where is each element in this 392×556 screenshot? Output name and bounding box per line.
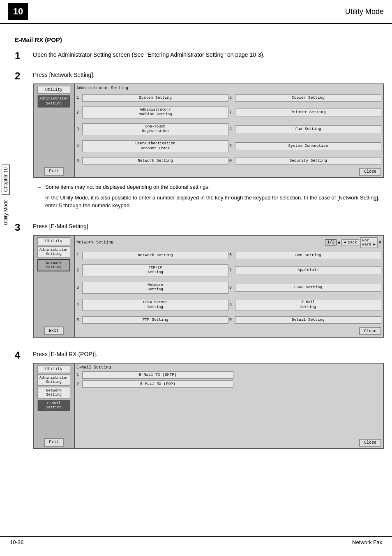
screen-3-item-1: 1 E-Mail TX (SMTP): [76, 371, 381, 379]
screen-1-item-6: 6 Copier Setting: [229, 92, 381, 104]
sidebar-mode-label: Utility Mode: [3, 199, 9, 225]
screen-1-btn-system-conn[interactable]: System Connection: [235, 142, 381, 150]
screen-1-item-3: 3 One-TouchRegistration: [76, 121, 228, 137]
screen-3-close-btn[interactable]: Close: [359, 439, 381, 447]
screen-1-btn-printer-setting[interactable]: Printer Setting: [235, 109, 381, 116]
screen-2-forward-btn[interactable]: Forward ►: [360, 237, 378, 248]
screen-2-grid: 1 Network setting 6 SMB Setting 2 TCP/IP…: [76, 250, 381, 326]
screen-2-close-row: Close: [76, 327, 381, 335]
screen-2-btn-ldap[interactable]: LDAP Setting: [235, 284, 381, 291]
note-1: Some items may not be displayed dependin…: [38, 183, 384, 191]
screen-1-item-7: 7 Printer Setting: [229, 104, 381, 120]
step-1-content: Open the Administrator Setting screen (S…: [33, 51, 384, 63]
screen-2-btn-ldap-server[interactable]: Ldap ServerSetting: [82, 299, 228, 311]
note-2: In the Utility Mode, it is also possible…: [38, 194, 384, 210]
screen-1-item-4: 4 UserAuthenticationAccount Track: [76, 138, 228, 154]
section-heading: E-Mail RX (POP): [15, 36, 384, 43]
header-title: Utility Mode: [345, 7, 384, 16]
step-4-number: 4: [15, 350, 30, 361]
screen-1-item-1: 1 System Setting: [76, 92, 228, 104]
main-content: E-Mail RX (POP) 1 Open the Administrator…: [15, 28, 384, 449]
screen-3-header: E-Mail Setting: [76, 365, 381, 370]
screen-1-admin-btn[interactable]: Administrator Setting: [37, 95, 70, 108]
screen-1-item-0: 0 Security Setting: [229, 155, 381, 167]
screen-2-network-btn[interactable]: Network Setting: [37, 259, 70, 271]
screen-2-btn-netware[interactable]: NetwareSetting: [82, 282, 228, 294]
screen-3-btn-email-rx[interactable]: E-Mail RX (POP): [82, 380, 233, 388]
screen-2-item-9: 9 E-MailSetting: [229, 297, 381, 313]
screen-2-item-2: 2 TCP/IPSetting: [76, 262, 228, 278]
screen-1-right-panel: Administrator Setting 1 System Setting 6…: [75, 84, 383, 177]
step-2-text: Press [Network Setting].: [33, 71, 384, 79]
screen-1-item-5: 5 Network Setting: [76, 155, 228, 167]
step-2-content: Press [Network Setting]. Utility Adminis…: [33, 71, 384, 215]
screen-2-utility-btn[interactable]: Utility: [37, 237, 70, 245]
screen-1-exit-btn[interactable]: Exit: [44, 167, 64, 176]
screen-2-nav-row: Network Setting 1/2 ✱ ◄ Back Forward ► #: [76, 237, 381, 248]
screen-1: Utility Administrator Setting Exit Admin…: [33, 83, 384, 178]
step-1: 1 Open the Administrator Setting screen …: [15, 51, 384, 63]
screen-2-btn-tcpip[interactable]: TCP/IPSetting: [82, 264, 228, 276]
screen-1-left-panel: Utility Administrator Setting Exit: [34, 84, 75, 177]
screen-2-back-btn[interactable]: ◄ Back: [341, 239, 359, 246]
screen-3-email-btn[interactable]: E-Mail Setting: [37, 400, 70, 411]
screen-1-item-9: 9 System Connection: [229, 138, 381, 154]
screen-2-item-3: 3 NetwareSetting: [76, 279, 228, 296]
screen-1-header: Administrator Setting: [76, 86, 381, 90]
step-3-text: Press [E-Mail Setting].: [33, 222, 384, 231]
screen-1-btn-system-setting[interactable]: System Setting: [82, 94, 228, 102]
screen-2-page-indicator: 1/2: [325, 239, 337, 246]
page-header: 10 Utility Mode: [0, 0, 392, 24]
step-3: 3 Press [E-Mail Setting]. Utility Admini…: [15, 222, 384, 343]
step-4-text: Press [E-Mail RX (POP)].: [33, 350, 384, 359]
page-footer: 10-36 Network Fax: [0, 536, 392, 548]
screen-3-utility-btn[interactable]: Utility: [37, 365, 70, 373]
screen-2-close-btn[interactable]: Close: [359, 327, 381, 335]
screen-2-item-7: 7 AppleTalk: [229, 262, 381, 278]
screen-1-btn-fax-setting[interactable]: Fax Setting: [235, 125, 381, 133]
screen-1-btn-security-setting[interactable]: Security Setting: [235, 157, 381, 164]
sidebar-chapter-label: Chapter 10: [2, 164, 10, 195]
screen-1-utility-btn[interactable]: Utility: [37, 86, 70, 94]
screen-3-admin-btn[interactable]: Administrator Setting: [37, 374, 70, 386]
screen-2-btn-appletalk[interactable]: AppleTalk: [235, 266, 381, 274]
screen-2-left-panel: Utility Administrator Setting Network Se…: [34, 236, 75, 337]
notes-list: Some items may not be displayed dependin…: [38, 183, 384, 210]
chapter-box: 10: [8, 3, 28, 20]
step-4: 4 Press [E-Mail RX (POP)]. Utility Admin…: [15, 350, 384, 449]
step-3-number: 3: [15, 222, 30, 233]
screen-2-item-1: 1 Network setting: [76, 250, 228, 262]
screen-1-close-btn[interactable]: Close: [359, 168, 381, 176]
screen-2-btn-network-setting[interactable]: Network setting: [82, 252, 228, 259]
screen-1-item-2: 2 Administrator/Machine Setting: [76, 104, 228, 120]
screen-1-grid: 1 System Setting 6 Copier Setting 2 Admi…: [76, 92, 381, 167]
step-4-content: Press [E-Mail RX (POP)]. Utility Adminis…: [33, 350, 384, 449]
sidebar: Chapter 10 Utility Mode: [0, 164, 12, 370]
screen-1-btn-copier-setting[interactable]: Copier Setting: [235, 94, 381, 102]
screen-3-network-btn[interactable]: Network Setting: [37, 387, 70, 398]
screen-2-right-panel: Network Setting 1/2 ✱ ◄ Back Forward ► #…: [75, 236, 383, 337]
screen-1-btn-network-setting[interactable]: Network Setting: [82, 157, 228, 164]
screen-3-item-2: 2 E-Mail RX (POP): [76, 380, 381, 388]
screen-2-btn-smb-setting[interactable]: SMB Setting: [235, 252, 381, 259]
screen-2-admin-btn[interactable]: Administrator Setting: [37, 246, 70, 258]
screen-1-btn-one-touch[interactable]: One-TouchRegistration: [82, 123, 228, 135]
footer-page-number: 10-36: [10, 539, 23, 545]
screen-1-btn-user-auth[interactable]: UserAuthenticationAccount Track: [82, 140, 228, 152]
screen-3-left-panel: Utility Administrator Setting Network Se…: [34, 364, 75, 448]
screen-3-btn-email-tx[interactable]: E-Mail TX (SMTP): [82, 371, 233, 379]
screen-2-item-0: 0 Detail Setting: [229, 314, 381, 326]
screen-2-exit-btn[interactable]: Exit: [44, 327, 64, 335]
screen-2-btn-detail[interactable]: Detail Setting: [235, 316, 381, 324]
screen-2-btn-email-setting[interactable]: E-MailSetting: [235, 299, 381, 311]
screen-1-item-8: 8 Fax Setting: [229, 121, 381, 137]
screen-3-close-row: Close: [76, 439, 381, 447]
footer-section-title: Network Fax: [352, 539, 382, 545]
screen-2-item-5: 5 FTP Setting: [76, 314, 228, 326]
screen-2-item-4: 4 Ldap ServerSetting: [76, 297, 228, 313]
screen-1-btn-admin-machine[interactable]: Administrator/Machine Setting: [82, 107, 228, 118]
screen-2-item-6: 6 SMB Setting: [229, 250, 381, 262]
step-2-number: 2: [15, 71, 30, 81]
screen-3-exit-btn[interactable]: Exit: [44, 438, 64, 447]
screen-2-btn-ftp[interactable]: FTP Setting: [82, 316, 228, 324]
